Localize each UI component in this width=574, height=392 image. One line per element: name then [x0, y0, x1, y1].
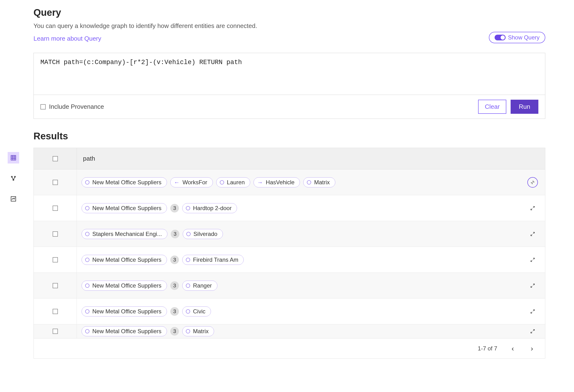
- include-provenance-label: Include Provenance: [49, 103, 104, 110]
- graph-view-icon[interactable]: [8, 173, 19, 184]
- row-checkbox[interactable]: [53, 283, 58, 288]
- svg-line-11: [533, 206, 534, 208]
- table-row: Staplers Mechanical Engi...3Silverado: [34, 221, 545, 247]
- pill-label: Lauren: [227, 179, 245, 186]
- pager-next-button[interactable]: ›: [528, 344, 535, 353]
- table-row: New Metal Office Suppliers3Ranger: [34, 273, 545, 298]
- svg-line-14: [531, 234, 533, 236]
- select-all-checkbox[interactable]: [53, 156, 58, 161]
- pager-prev-button[interactable]: ‹: [509, 344, 516, 353]
- pill-label: Silverado: [193, 231, 217, 237]
- hop-count-badge: 3: [170, 281, 179, 290]
- svg-line-8: [12, 177, 14, 180]
- entity-dot-icon: [186, 206, 190, 210]
- pager: 1-7 of 7 ‹ ›: [34, 338, 545, 358]
- row-checkbox[interactable]: [53, 309, 58, 314]
- entity-dot-icon: [85, 206, 89, 210]
- show-query-toggle[interactable]: Show Query: [489, 32, 545, 43]
- entity-pill[interactable]: Lauren: [216, 177, 250, 187]
- expand-row-button[interactable]: [527, 203, 538, 214]
- table-view-icon[interactable]: [8, 152, 19, 163]
- pill-label: WorksFor: [183, 179, 207, 186]
- hop-count-badge: 3: [170, 204, 179, 213]
- entity-pill[interactable]: Hardtop 2-door: [182, 203, 237, 213]
- svg-line-21: [533, 330, 534, 331]
- row-checkbox[interactable]: [53, 329, 58, 334]
- run-button[interactable]: Run: [511, 100, 538, 114]
- relationship-pill[interactable]: →HasVehicle: [253, 177, 300, 187]
- svg-line-19: [533, 310, 534, 311]
- pill-label: New Metal Office Suppliers: [92, 256, 162, 263]
- page-title: Query: [34, 7, 545, 18]
- entity-pill[interactable]: New Metal Office Suppliers: [82, 306, 167, 316]
- pill-label: New Metal Office Suppliers: [92, 328, 162, 335]
- pill-label: Staplers Mechanical Engi...: [92, 231, 162, 237]
- query-input[interactable]: [34, 53, 545, 94]
- row-checkbox[interactable]: [53, 206, 58, 211]
- expand-row-button[interactable]: [527, 326, 538, 336]
- results-table: path New Metal Office Suppliers←WorksFor…: [34, 148, 545, 358]
- clear-button[interactable]: Clear: [478, 100, 506, 114]
- hop-count-badge: 3: [170, 255, 179, 264]
- table-row: New Metal Office Suppliers3Hardtop 2-doo…: [34, 195, 545, 221]
- entity-dot-icon: [186, 329, 190, 333]
- svg-line-9: [13, 177, 15, 180]
- entity-dot-icon: [220, 180, 224, 185]
- svg-line-20: [531, 312, 533, 313]
- relationship-pill[interactable]: ←WorksFor: [170, 177, 213, 187]
- row-checkbox[interactable]: [53, 231, 58, 237]
- expand-row-button[interactable]: [527, 229, 538, 239]
- hop-count-badge: 3: [170, 327, 179, 335]
- entity-dot-icon: [85, 180, 89, 185]
- checkbox-icon[interactable]: [41, 104, 46, 109]
- entity-dot-icon: [186, 283, 190, 288]
- svg-line-12: [531, 208, 533, 210]
- entity-pill[interactable]: Civic: [182, 306, 211, 316]
- expand-row-button[interactable]: [527, 306, 538, 317]
- expand-row-button[interactable]: [527, 280, 538, 291]
- toggle-on-icon: [495, 35, 506, 40]
- entity-pill[interactable]: New Metal Office Suppliers: [82, 203, 167, 213]
- entity-pill[interactable]: New Metal Office Suppliers: [82, 177, 167, 187]
- hop-count-badge: 3: [170, 307, 179, 316]
- entity-pill[interactable]: New Metal Office Suppliers: [82, 326, 167, 336]
- arrow-right-icon: →: [257, 179, 263, 186]
- entity-pill[interactable]: Matrix: [182, 326, 214, 336]
- entity-dot-icon: [85, 283, 89, 288]
- row-checkbox[interactable]: [53, 180, 58, 185]
- page-subtitle: You can query a knowledge graph to ident…: [34, 22, 257, 30]
- chart-view-icon[interactable]: [8, 193, 19, 205]
- pill-label: Civic: [193, 308, 205, 315]
- query-box: Include Provenance Clear Run: [34, 53, 545, 119]
- entity-dot-icon: [186, 258, 190, 262]
- entity-pill[interactable]: Firebird Trans Am: [182, 255, 244, 265]
- pill-label: New Metal Office Suppliers: [92, 205, 162, 212]
- entity-dot-icon: [307, 180, 311, 185]
- column-header-path[interactable]: path: [77, 155, 95, 162]
- row-checkbox[interactable]: [53, 257, 58, 262]
- pager-range: 1-7 of 7: [478, 345, 497, 352]
- entity-pill[interactable]: New Metal Office Suppliers: [82, 281, 167, 291]
- pill-label: New Metal Office Suppliers: [92, 282, 162, 289]
- pill-label: Ranger: [193, 282, 212, 289]
- entity-pill[interactable]: Silverado: [183, 229, 223, 239]
- pill-label: Matrix: [314, 179, 329, 186]
- entity-dot-icon: [85, 329, 89, 333]
- expand-row-button[interactable]: [527, 255, 538, 265]
- learn-more-link[interactable]: Learn more about Query: [34, 35, 101, 42]
- entity-pill[interactable]: New Metal Office Suppliers: [82, 255, 167, 265]
- include-provenance-checkbox[interactable]: Include Provenance: [41, 103, 104, 110]
- svg-line-16: [531, 260, 533, 261]
- svg-rect-0: [11, 155, 16, 160]
- entity-dot-icon: [186, 309, 190, 314]
- collapse-row-button[interactable]: [527, 177, 538, 188]
- entity-pill[interactable]: Staplers Mechanical Engi...: [82, 229, 167, 239]
- hop-count-badge: 3: [171, 230, 179, 238]
- table-row: New Metal Office Suppliers3Firebird Tran…: [34, 247, 545, 273]
- show-query-label: Show Query: [508, 34, 540, 41]
- results-title: Results: [34, 131, 545, 141]
- entity-pill[interactable]: Matrix: [303, 177, 335, 187]
- svg-line-22: [531, 332, 533, 333]
- arrow-left-icon: ←: [174, 179, 180, 186]
- entity-pill[interactable]: Ranger: [182, 281, 217, 291]
